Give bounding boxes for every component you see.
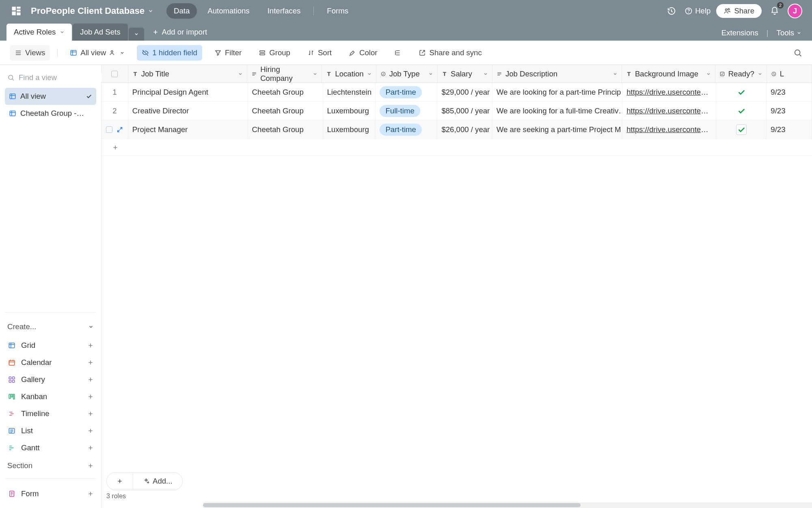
add-record-button[interactable] — [107, 473, 133, 490]
cell-salary[interactable]: $85,000 / year — [437, 102, 492, 120]
col-location[interactable]: Location — [322, 65, 376, 82]
row-number-cell[interactable]: 1 — [102, 83, 128, 101]
help-button[interactable]: Help — [685, 7, 710, 15]
table-row[interactable]: 1Principal Design AgentCheetah GroupLiec… — [102, 83, 812, 102]
row-height-button[interactable] — [389, 46, 406, 60]
cell-job-type[interactable]: Part-time — [376, 83, 437, 101]
create-list[interactable]: List — [5, 422, 96, 439]
kanban-icon — [7, 393, 16, 400]
cell-job-description[interactable]: We are looking for a part-time Princip… — [492, 83, 622, 101]
workspace-title[interactable]: ProPeople Client Database — [31, 6, 153, 16]
cell-last[interactable]: 9/23 — [767, 120, 812, 139]
text-field-icon — [326, 71, 332, 77]
col-hiring-company[interactable]: Hiring Company — [247, 65, 322, 82]
tab-active-roles[interactable]: Active Roles — [6, 24, 72, 41]
cell-job-description[interactable]: We are looking for a full-time Creativ… — [492, 102, 622, 120]
hidden-field-button[interactable]: 1 hidden field — [137, 45, 202, 61]
cell-ready[interactable] — [716, 120, 767, 139]
share-button[interactable]: Share — [716, 4, 762, 18]
create-header[interactable]: Create... — [5, 320, 96, 337]
ready-checkbox[interactable] — [736, 124, 747, 135]
create-grid[interactable]: Grid — [5, 337, 96, 354]
cell-background-image[interactable]: https://drive.usercontent.… — [622, 120, 716, 139]
cell-background-image[interactable]: https://drive.usercontent.… — [622, 83, 716, 101]
tools-button[interactable]: Tools — [777, 28, 801, 37]
row-number-cell[interactable] — [102, 120, 128, 139]
nav-automations[interactable]: Automations — [200, 3, 257, 19]
create-kanban[interactable]: Kanban — [5, 388, 96, 405]
add-or-import-button[interactable]: Add or import — [145, 24, 215, 41]
col-salary-label: Salary — [451, 69, 472, 78]
create-form[interactable]: Form — [5, 485, 96, 502]
svg-rect-6 — [260, 50, 265, 52]
col-salary[interactable]: Salary — [438, 65, 492, 82]
sort-button[interactable]: Sort — [302, 45, 337, 61]
row-checkbox[interactable] — [106, 126, 112, 133]
cell-salary[interactable]: $29,000 / year — [437, 83, 492, 101]
cell-ready[interactable] — [716, 83, 767, 101]
cell-location[interactable]: Liechtenstein — [323, 83, 376, 101]
create-timeline[interactable]: Timeline — [5, 405, 96, 422]
cell-salary[interactable]: $26,000 / year — [437, 120, 492, 139]
cell-job-title[interactable]: Project Manager — [128, 120, 248, 139]
row-number-cell[interactable]: 2 — [102, 102, 128, 120]
sidebar-view-all[interactable]: All view — [5, 88, 96, 105]
avatar[interactable]: J — [788, 4, 802, 18]
col-background-image[interactable]: Background Image — [622, 65, 715, 82]
col-job-description[interactable]: Job Description — [492, 65, 622, 82]
select-all-checkbox[interactable] — [102, 65, 128, 82]
tab-job-ad-sets[interactable]: Job Ad Sets — [73, 24, 127, 41]
create-calendar[interactable]: Calendar — [5, 354, 96, 371]
bg-link[interactable]: https://drive.usercontent.… — [626, 106, 712, 115]
extensions-button[interactable]: Extensions — [721, 28, 758, 37]
search-button[interactable] — [793, 48, 802, 57]
cell-hiring-company[interactable]: Cheetah Group — [248, 120, 323, 139]
horizontal-scrollbar[interactable] — [102, 502, 812, 508]
svg-rect-19 — [9, 394, 11, 399]
sidebar-view-cheetah[interactable]: Cheetah Group -… — [5, 105, 96, 122]
nav-forms[interactable]: Forms — [320, 3, 356, 19]
cell-hiring-company[interactable]: Cheetah Group — [248, 102, 323, 120]
cell-last[interactable]: 9/23 — [767, 102, 812, 120]
col-ready[interactable]: Ready? — [715, 65, 767, 82]
cell-background-image[interactable]: https://drive.usercontent.… — [622, 102, 716, 120]
bg-link[interactable]: https://drive.usercontent.… — [626, 88, 712, 97]
nav-data[interactable]: Data — [166, 3, 197, 19]
notifications-button[interactable]: 2 — [767, 4, 782, 18]
cell-job-type[interactable]: Full-time — [376, 102, 437, 120]
bg-link[interactable]: https://drive.usercontent.… — [626, 125, 712, 134]
create-gallery[interactable]: Gallery — [5, 371, 96, 388]
color-button[interactable]: Color — [344, 45, 382, 61]
cell-job-title[interactable]: Principal Design Agent — [128, 83, 248, 101]
create-gantt[interactable]: Gantt — [5, 439, 96, 456]
history-icon[interactable] — [664, 4, 679, 18]
expand-record-icon[interactable] — [117, 126, 123, 133]
view-name-button[interactable]: All view — [65, 45, 130, 61]
cell-location[interactable]: Luxembourg — [323, 120, 376, 139]
views-button[interactable]: Views — [10, 45, 50, 61]
cell-job-description[interactable]: We are seeking a part-time Project M… — [492, 120, 622, 139]
nav-interfaces[interactable]: Interfaces — [260, 3, 308, 19]
cell-last[interactable]: 9/23 — [767, 83, 812, 101]
table-row[interactable]: Project ManagerCheetah GroupLuxembourgPa… — [102, 120, 812, 139]
cell-location[interactable]: Luxembourg — [323, 102, 376, 120]
col-job-type[interactable]: Job Type — [376, 65, 438, 82]
add-row-button[interactable] — [102, 139, 812, 156]
table-row[interactable]: 2Creative DirectorCheetah GroupLuxembour… — [102, 102, 812, 120]
filter-button[interactable]: Filter — [209, 45, 246, 61]
cell-hiring-company[interactable]: Cheetah Group — [248, 83, 323, 101]
cell-ready[interactable] — [716, 102, 767, 120]
long-text-icon — [497, 71, 502, 77]
group-button[interactable]: Group — [254, 45, 295, 61]
col-job-title[interactable]: Job Title — [128, 65, 248, 82]
create-section-row[interactable]: Section — [5, 456, 96, 475]
svg-point-3 — [728, 9, 730, 10]
cell-job-type[interactable]: Part-time — [376, 120, 437, 139]
tab-dropdown-button[interactable] — [129, 28, 144, 41]
col-last[interactable]: L — [767, 65, 812, 82]
cell-job-title[interactable]: Creative Director — [128, 102, 248, 120]
share-sync-button[interactable]: Share and sync — [414, 45, 486, 61]
find-view-input[interactable] — [19, 73, 113, 82]
app-logo-icon[interactable] — [10, 4, 23, 17]
add-menu-button[interactable]: Add... — [133, 473, 182, 490]
